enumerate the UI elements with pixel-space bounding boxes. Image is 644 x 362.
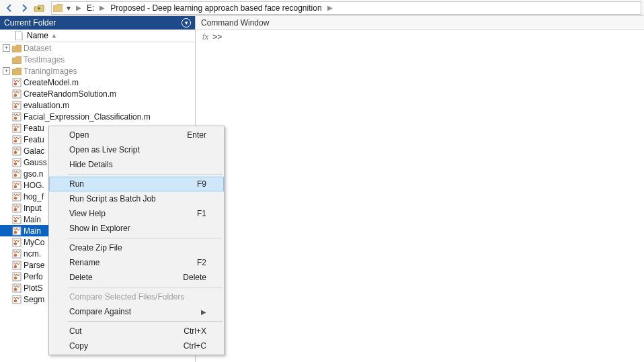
menu-item: Compare Selected Files/Folders — [49, 289, 224, 304]
current-folder-header: Current Folder ▾ — [0, 16, 195, 30]
menu-item[interactable]: OpenEnter — [49, 128, 224, 142]
file-label: Main — [24, 215, 41, 224]
menu-item[interactable]: Show in Explorer — [49, 221, 224, 236]
menu-item[interactable]: Run Script as Batch Job — [49, 191, 224, 206]
file-row[interactable]: +CreateModel.m — [0, 77, 195, 88]
menu-separator — [68, 238, 223, 238]
column-header[interactable]: Name ▲ — [0, 30, 195, 42]
mfile-icon — [11, 158, 22, 167]
command-window-body[interactable]: fx >> — [196, 30, 644, 362]
menu-item-label: Cut — [69, 326, 82, 336]
file-label: MyCo — [24, 238, 44, 247]
menu-item[interactable]: CutCtrl+X — [49, 324, 224, 338]
folder-icon — [11, 66, 22, 76]
menu-item[interactable]: RunF9 — [49, 177, 224, 191]
mfile-icon — [11, 192, 22, 201]
chevron-right-icon[interactable]: ▶ — [325, 4, 335, 11]
menu-item-label: Open as Live Script — [69, 145, 140, 154]
file-label: ncm. — [24, 249, 41, 259]
mfile-icon — [11, 181, 22, 190]
breadcrumb-folder[interactable]: Proposed - Deep learning approach based … — [108, 3, 324, 13]
file-label: gso.n — [24, 169, 43, 179]
panel-menu-icon[interactable]: ▾ — [182, 18, 191, 28]
menu-item-shortcut: F1 — [197, 209, 206, 218]
mfile-icon — [11, 112, 22, 122]
menu-item-label: Compare Against — [69, 307, 131, 316]
file-label: TestImages — [24, 55, 65, 64]
forward-button[interactable] — [17, 1, 31, 15]
folder-row[interactable]: +TraningImages — [0, 65, 195, 77]
current-folder-title: Current Folder — [4, 18, 56, 28]
address-toolbar: ▾ ▶ E: ▶ Proposed - Deep learning approa… — [0, 0, 644, 16]
file-row[interactable]: +evaluation.m — [0, 99, 195, 111]
menu-item-label: Delete — [69, 273, 93, 282]
svg-point-31 — [14, 253, 17, 256]
file-label: Main — [24, 226, 41, 236]
mfile-icon — [11, 283, 22, 293]
folder-icon — [52, 4, 64, 12]
menu-item-shortcut: Delete — [183, 273, 206, 282]
svg-point-21 — [14, 196, 17, 199]
chevron-right-icon[interactable]: ▶ — [97, 4, 108, 11]
mfile-icon — [11, 89, 22, 99]
menu-item[interactable]: RenameF2 — [49, 255, 224, 270]
mfile-icon — [11, 135, 22, 144]
file-label: Input — [24, 203, 42, 213]
back-button[interactable] — [3, 1, 16, 15]
address-bar[interactable]: ▾ ▶ E: ▶ Proposed - Deep learning approa… — [51, 1, 641, 15]
menu-item-label: Hide Details — [69, 160, 113, 169]
svg-point-29 — [14, 242, 17, 244]
svg-point-27 — [14, 230, 17, 233]
menu-item[interactable]: CopyCtrl+C — [49, 338, 224, 353]
folder-row[interactable]: +TestImages — [0, 54, 195, 65]
file-row[interactable]: +CreateRandomSolution.m — [0, 88, 195, 99]
mfile-icon — [11, 238, 22, 247]
folder-icon — [11, 55, 22, 64]
mfile-icon — [11, 78, 22, 87]
file-label: Dataset — [24, 44, 51, 53]
mfile-icon — [11, 101, 22, 110]
menu-item-label: Copy — [69, 341, 88, 351]
menu-item-label: Run — [69, 179, 84, 189]
menu-item-shortcut: Ctrl+C — [184, 341, 206, 351]
svg-point-13 — [14, 150, 17, 153]
menu-item-shortcut: Enter — [187, 130, 206, 140]
chevron-right-icon[interactable]: ▶ — [73, 4, 84, 11]
svg-point-17 — [14, 173, 17, 176]
expand-icon[interactable]: + — [3, 67, 10, 75]
menu-item-shortcut: F2 — [197, 258, 206, 267]
mfile-icon — [11, 272, 22, 281]
command-window-title: Command Window — [201, 18, 269, 28]
menu-item[interactable]: View HelpF1 — [49, 206, 224, 221]
svg-point-11 — [14, 139, 17, 142]
current-folder-panel: Current Folder ▾ Name ▲ +Dataset+TestIma… — [0, 16, 196, 362]
file-label: Facial_Expression_Classification.m — [24, 112, 151, 122]
svg-point-37 — [14, 287, 17, 290]
file-label: CreateModel.m — [24, 78, 79, 87]
expand-icon[interactable]: + — [3, 44, 10, 52]
menu-item-label: Run Script as Batch Job — [69, 194, 156, 203]
breadcrumb-drive[interactable]: E: — [84, 3, 97, 13]
menu-item[interactable]: Hide Details — [49, 157, 224, 172]
menu-separator — [68, 321, 223, 322]
file-label: hog_f — [24, 192, 44, 201]
mfile-icon — [11, 295, 22, 304]
context-menu: OpenEnterOpen as Live ScriptHide Details… — [48, 126, 225, 355]
file-label: Gauss — [24, 158, 47, 167]
menu-item[interactable]: Open as Live Script — [49, 142, 224, 157]
command-window-panel: Command Window fx >> — [196, 16, 644, 362]
menu-item[interactable]: Compare Against▶ — [49, 304, 224, 319]
up-folder-button[interactable] — [32, 1, 46, 15]
menu-item[interactable]: Create Zip File — [49, 240, 224, 255]
svg-point-7 — [14, 116, 17, 119]
file-label: Galac — [24, 146, 44, 156]
name-column-label: Name — [27, 31, 48, 40]
file-row[interactable]: +Facial_Expression_Classification.m — [0, 111, 195, 122]
drive-dropdown-icon[interactable]: ▾ — [64, 3, 73, 13]
mfile-icon — [11, 226, 22, 236]
file-label: CreateRandomSolution.m — [24, 89, 116, 99]
folder-row[interactable]: +Dataset — [0, 42, 195, 54]
svg-point-9 — [14, 128, 17, 130]
menu-item[interactable]: DeleteDelete — [49, 270, 224, 285]
svg-point-15 — [14, 162, 17, 165]
